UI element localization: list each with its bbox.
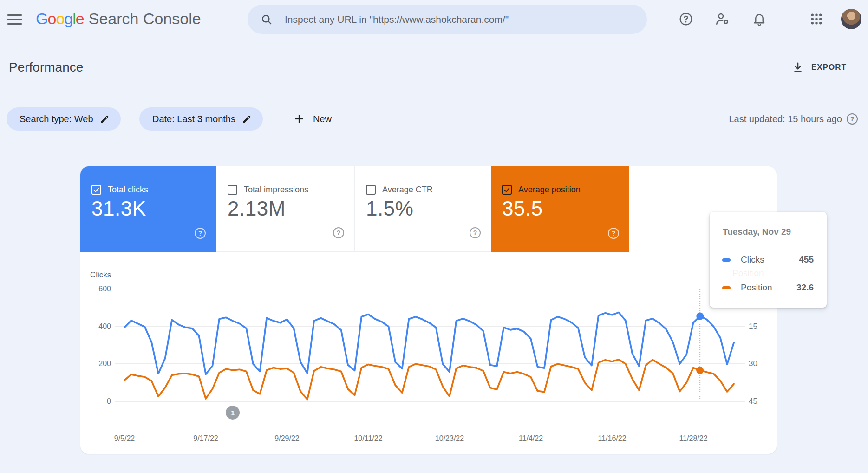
product-name: Search Console — [89, 10, 201, 27]
logo-letter: G — [36, 10, 47, 27]
url-inspection-searchbar[interactable] — [248, 5, 647, 34]
last-updated-help-icon[interactable]: ? — [847, 113, 858, 125]
manage-users-icon[interactable] — [712, 9, 733, 29]
account-avatar[interactable] — [841, 9, 861, 29]
last-updated-text: Last updated: 15 hours ago — [729, 114, 842, 125]
logo-letter: e — [76, 10, 84, 27]
date-filter-chip[interactable]: Date: Last 3 months — [139, 107, 263, 131]
edit-pencil-icon — [100, 114, 110, 124]
search-type-filter-chip[interactable]: Search type: Web — [7, 107, 121, 131]
date-filter-label: Date: Last 3 months — [152, 114, 235, 125]
performance-panel: Total clicks 31.3K ? Total impressions 2… — [80, 166, 777, 454]
notifications-bell-icon[interactable] — [749, 9, 770, 29]
export-label: EXPORT — [811, 63, 847, 72]
help-icon[interactable] — [676, 9, 696, 29]
page-title: Performance — [9, 60, 83, 75]
logo-letter: o — [47, 10, 56, 27]
tooltip-row-value: 455 — [799, 255, 814, 265]
tooltip-row-label: Clicks — [741, 255, 764, 265]
position-series-line — [124, 360, 734, 400]
new-filter-label: New — [313, 114, 332, 125]
tooltip-ghost-label: Position — [732, 268, 764, 278]
google-search-console-logo[interactable]: GoogleSearch Console — [36, 10, 201, 28]
top-app-bar: GoogleSearch Console — [0, 0, 868, 39]
edit-pencil-icon — [242, 114, 252, 124]
last-updated: Last updated: 15 hours ago ? — [729, 107, 858, 131]
export-button[interactable]: EXPORT — [786, 58, 852, 77]
plus-icon — [294, 113, 305, 125]
url-inspection-input[interactable] — [285, 14, 634, 25]
clicks-hover-dot — [696, 312, 704, 320]
tooltip-row-label: Position — [741, 282, 772, 293]
search-icon — [261, 13, 273, 26]
performance-chart-canvas[interactable] — [80, 166, 777, 454]
tooltip-clicks-row: Clicks 455 — [710, 254, 827, 266]
header-divider — [0, 93, 868, 93]
position-hover-dot — [696, 367, 704, 374]
gridlines — [115, 289, 745, 401]
tooltip-date: Tuesday, Nov 29 — [723, 227, 791, 237]
position-legend-dash — [722, 286, 731, 289]
google-search-console-performance-page: GoogleSearch Console Performance — [0, 0, 868, 473]
clicks-series-line — [124, 312, 734, 374]
google-apps-grid-icon[interactable] — [806, 9, 827, 29]
tooltip-position-row: Position 32.6 — [710, 282, 827, 294]
logo-letter: g — [64, 10, 72, 27]
main-menu-icon[interactable] — [7, 12, 23, 27]
tooltip-row-value: 32.6 — [796, 282, 814, 293]
chart-tooltip: Tuesday, Nov 29 Clicks 455 Position Posi… — [710, 212, 827, 308]
clicks-legend-dash — [722, 258, 731, 262]
search-type-filter-label: Search type: Web — [20, 114, 93, 125]
logo-letter: o — [56, 10, 64, 27]
new-filter-button[interactable]: New — [287, 107, 338, 131]
download-icon — [792, 61, 804, 73]
